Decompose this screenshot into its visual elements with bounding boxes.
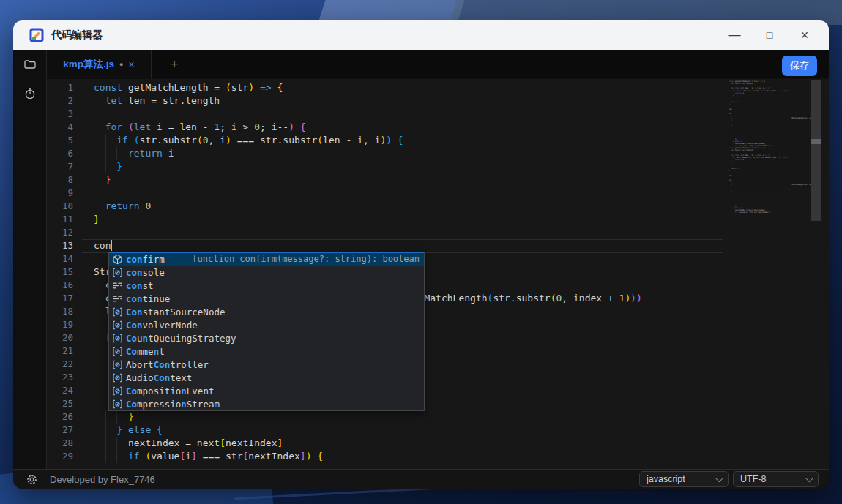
- method-symbol-icon: [111, 254, 124, 265]
- suggestion-label: AbortController: [126, 359, 209, 370]
- code-editor[interactable]: 1234567891011121314151617181920212223242…: [47, 79, 829, 469]
- folder-icon[interactable]: [23, 58, 37, 71]
- tab-kmp-file[interactable]: kmp算法.js ● ×: [47, 50, 152, 79]
- code-line[interactable]: }: [94, 213, 829, 226]
- line-number: 13: [47, 239, 73, 252]
- scrollbar-viewport-marker: [811, 139, 821, 144]
- code-line[interactable]: return i: [94, 147, 829, 160]
- line-number: 6: [47, 147, 73, 160]
- code-line[interactable]: [94, 226, 829, 239]
- line-number: 11: [47, 213, 73, 226]
- line-number: 15: [47, 266, 73, 279]
- line-number: 21: [47, 345, 73, 358]
- vertical-scrollbar[interactable]: [811, 79, 821, 469]
- activity-sidebar: [13, 50, 47, 469]
- suggestion-item[interactable]: CompositionEvent: [109, 384, 424, 397]
- code-line[interactable]: [94, 187, 829, 200]
- variable-symbol-icon: [111, 359, 124, 370]
- code-line[interactable]: [94, 108, 829, 121]
- line-number: 20: [47, 331, 73, 345]
- code-line[interactable]: if (value[i] === str[nextIndex]) {: [94, 450, 829, 463]
- variable-symbol-icon: [111, 385, 124, 396]
- suggestion-label: ConvolverNode: [126, 320, 198, 331]
- modified-dot-icon: ●: [119, 61, 123, 68]
- suggestion-item[interactable]: CountQueuingStrategy: [109, 331, 424, 345]
- language-select[interactable]: javascript: [639, 471, 729, 487]
- code-line[interactable]: } else {: [94, 424, 829, 437]
- line-number: 17: [47, 292, 73, 305]
- minimize-button[interactable]: —: [728, 20, 741, 50]
- line-number: 5: [47, 134, 73, 147]
- text-cursor: [111, 240, 112, 251]
- stopwatch-icon[interactable]: [23, 87, 37, 100]
- code-line[interactable]: let len = str.length: [94, 94, 829, 108]
- close-button[interactable]: ×: [798, 20, 811, 50]
- line-number: 10: [47, 200, 73, 213]
- line-number: 29: [47, 450, 73, 463]
- suggestion-label: CompressionStream: [126, 399, 220, 410]
- chevron-down-icon: [715, 474, 723, 482]
- suggestion-label: console: [126, 267, 165, 278]
- keyword-symbol-icon: [111, 280, 124, 291]
- language-select-value: javascript: [647, 474, 685, 484]
- status-message: Developed by Flex_7746: [50, 474, 155, 485]
- variable-symbol-icon: [111, 320, 124, 331]
- line-number: 9: [47, 187, 73, 200]
- suggestion-item[interactable]: CompressionStream: [109, 397, 424, 410]
- encoding-select[interactable]: UTF-8: [733, 471, 819, 487]
- line-number: 23: [47, 371, 73, 384]
- code-line[interactable]: const getMatchLength = (str) => {: [94, 81, 829, 94]
- suggestion-label: AudioContext: [126, 372, 192, 383]
- suggestion-detail: function confirm(message?: string): bool…: [192, 254, 420, 264]
- desktop-background: 代码编辑器 — □ × kmp算法.js ● ×: [0, 0, 842, 504]
- tab-bar: kmp算法.js ● × + 保存: [47, 50, 829, 79]
- suggestion-item[interactable]: confirmfunction confirm(message?: string…: [109, 252, 424, 266]
- suggestion-item[interactable]: continue: [109, 292, 424, 305]
- status-bar: Developed by Flex_7746 javascript UTF-8: [13, 469, 829, 489]
- minimap[interactable]: const getMatchLength = (str) => {let len…: [729, 80, 811, 432]
- code-line[interactable]: return 0: [94, 200, 829, 213]
- line-number: 27: [47, 424, 73, 437]
- suggestion-item[interactable]: ConstantSourceNode: [109, 305, 424, 318]
- suggestion-label: Comment: [126, 346, 165, 357]
- suggestion-label: confirm: [126, 254, 165, 265]
- code-line[interactable]: }: [94, 173, 829, 187]
- code-line[interactable]: if (str.substr(0, i) === str.substr(len …: [94, 134, 829, 147]
- scrollbar-thumb[interactable]: [811, 80, 821, 221]
- tab-close-icon[interactable]: ×: [129, 59, 135, 70]
- line-number: 28: [47, 437, 73, 450]
- code-line[interactable]: con: [94, 239, 829, 252]
- tab-title: kmp算法.js: [63, 58, 114, 71]
- suggestion-item[interactable]: console: [109, 266, 424, 279]
- code-line[interactable]: nextIndex = next[nextIndex]: [94, 437, 829, 450]
- code-line[interactable]: }: [94, 410, 829, 424]
- suggestion-label: const: [126, 280, 154, 291]
- gear-icon[interactable]: [26, 473, 38, 486]
- suggestion-item[interactable]: AudioContext: [109, 371, 424, 384]
- line-number-gutter: 1234567891011121314151617181920212223242…: [47, 81, 73, 463]
- new-tab-button[interactable]: +: [163, 56, 185, 72]
- suggestion-item[interactable]: Comment: [109, 345, 424, 358]
- code-line: if (value[i] === str[nextIndex]) {: [729, 211, 811, 214]
- line-number: 14: [47, 252, 73, 266]
- code-line: cMatchLength(str.substr(0, index + 1))): [729, 184, 811, 186]
- maximize-button[interactable]: □: [763, 20, 776, 50]
- autocomplete-popup: confirmfunction confirm(message?: string…: [108, 252, 425, 411]
- app-window: 代码编辑器 — □ × kmp算法.js ● ×: [13, 20, 829, 489]
- suggestion-item[interactable]: const: [109, 279, 424, 292]
- window-controls: — □ ×: [728, 20, 811, 50]
- suggestion-label: ConstantSourceNode: [126, 306, 225, 317]
- suggestion-item[interactable]: AbortController: [109, 358, 424, 371]
- line-number: 8: [47, 173, 73, 187]
- line-number: 18: [47, 305, 73, 318]
- keyword-symbol-icon: [111, 293, 124, 304]
- variable-symbol-icon: [111, 399, 124, 410]
- line-number: 24: [47, 384, 73, 397]
- suggestion-item[interactable]: ConvolverNode: [109, 318, 424, 331]
- line-number: 26: [47, 410, 73, 424]
- app-icon: [29, 28, 44, 42]
- save-button[interactable]: 保存: [782, 56, 817, 76]
- variable-symbol-icon: [111, 346, 124, 357]
- code-line[interactable]: for (let i = len - 1; i > 0; i--) {: [94, 121, 829, 134]
- code-line[interactable]: }: [94, 160, 829, 173]
